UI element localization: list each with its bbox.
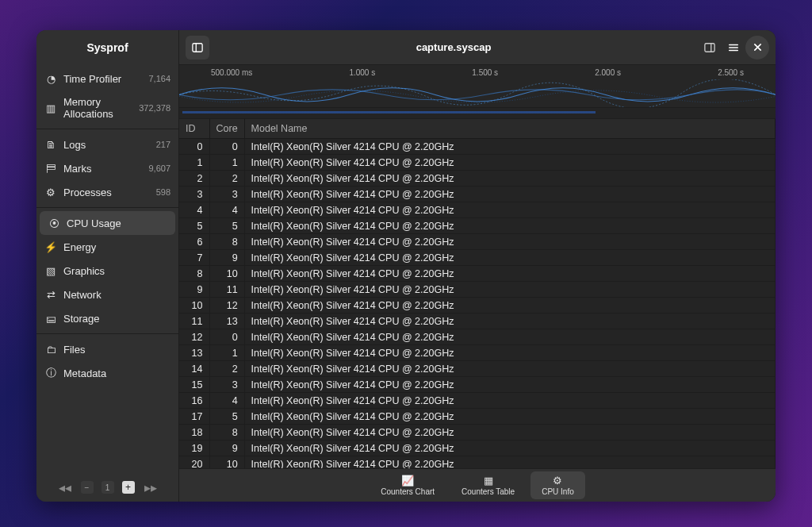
cpu-icon: ⦿ bbox=[48, 217, 60, 229]
table-row[interactable]: 00Intel(R) Xeon(R) Silver 4214 CPU @ 2.2… bbox=[179, 139, 776, 155]
table-row[interactable]: 142Intel(R) Xeon(R) Silver 4214 CPU @ 2.… bbox=[179, 361, 776, 377]
minimap[interactable] bbox=[179, 108, 776, 119]
app-title: Sysprof bbox=[36, 30, 178, 65]
sidebar-item-processes[interactable]: ⚙Processes598 bbox=[36, 180, 178, 204]
sidebar-item-count: 598 bbox=[156, 187, 170, 197]
sidebar-item-logs[interactable]: 🗎Logs217 bbox=[36, 133, 178, 156]
cell-id: 8 bbox=[179, 266, 209, 282]
tab-label: Counters Table bbox=[462, 487, 515, 496]
sidebar-item-time-profiler[interactable]: ◔Time Profiler7,164 bbox=[36, 67, 178, 90]
menu-button[interactable] bbox=[722, 36, 745, 60]
table-row[interactable]: 188Intel(R) Xeon(R) Silver 4214 CPU @ 2.… bbox=[179, 425, 776, 440]
cell-id: 4 bbox=[179, 202, 209, 218]
cell-id: 6 bbox=[179, 234, 209, 250]
cell-model: Intel(R) Xeon(R) Silver 4214 CPU @ 2.20G… bbox=[244, 456, 775, 469]
tab-counters-table[interactable]: ▦Counters Table bbox=[450, 471, 526, 499]
cell-model: Intel(R) Xeon(R) Silver 4214 CPU @ 2.20G… bbox=[244, 409, 775, 425]
sidebar-item-marks[interactable]: ⛿Marks9,607 bbox=[36, 156, 178, 180]
table-row[interactable]: 1012Intel(R) Xeon(R) Silver 4214 CPU @ 2… bbox=[179, 298, 776, 314]
tab-cpu-info[interactable]: ⚙CPU Info bbox=[530, 471, 585, 499]
table-row[interactable]: 131Intel(R) Xeon(R) Silver 4214 CPU @ 2.… bbox=[179, 345, 776, 361]
sidebar-item-count: 372,378 bbox=[139, 103, 170, 113]
cell-id: 0 bbox=[179, 139, 209, 155]
cell-core: 13 bbox=[209, 314, 244, 329]
tab-counters-chart[interactable]: 📈Counters Chart bbox=[370, 471, 446, 499]
table-row[interactable]: 55Intel(R) Xeon(R) Silver 4214 CPU @ 2.2… bbox=[179, 218, 776, 234]
sidebar-item-label: Marks bbox=[63, 163, 148, 175]
graphics-icon: ▧ bbox=[44, 264, 57, 277]
sidebar-list: ◔Time Profiler7,164▥Memory Allocations37… bbox=[36, 65, 178, 473]
cell-core: 2 bbox=[209, 361, 244, 377]
timeline-ruler[interactable]: 500.000 ms1.000 s1.500 s2.000 s2.500 s bbox=[179, 65, 776, 108]
cell-id: 18 bbox=[179, 425, 209, 440]
table-row[interactable]: 175Intel(R) Xeon(R) Silver 4214 CPU @ 2.… bbox=[179, 409, 776, 425]
sidebar-separator bbox=[36, 207, 178, 208]
tab-label: CPU Info bbox=[542, 487, 574, 496]
forward-button[interactable]: ▸▸ bbox=[143, 479, 159, 495]
cell-model: Intel(R) Xeon(R) Silver 4214 CPU @ 2.20G… bbox=[244, 218, 775, 234]
timeline-tick: 2.500 s bbox=[718, 68, 744, 77]
sidebar-item-graphics[interactable]: ▧Graphics bbox=[36, 259, 178, 283]
sidebar-item-cpu-usage[interactable]: ⦿CPU Usage bbox=[40, 211, 175, 235]
table-row[interactable]: 164Intel(R) Xeon(R) Silver 4214 CPU @ 2.… bbox=[179, 393, 776, 409]
rewind-button[interactable]: ◂◂ bbox=[57, 479, 73, 495]
table-row[interactable]: 120Intel(R) Xeon(R) Silver 4214 CPU @ 2.… bbox=[179, 329, 776, 345]
table-row[interactable]: 199Intel(R) Xeon(R) Silver 4214 CPU @ 2.… bbox=[179, 440, 776, 456]
energy-icon: ⚡ bbox=[44, 240, 57, 253]
content-area: ID Core Model Name 00Intel(R) Xeon(R) Si… bbox=[179, 108, 776, 468]
panel-right-button[interactable] bbox=[698, 36, 722, 60]
sidebar-item-storage[interactable]: 🖴Storage bbox=[36, 306, 178, 330]
table-row[interactable]: 2010Intel(R) Xeon(R) Silver 4214 CPU @ 2… bbox=[179, 456, 776, 469]
table-row[interactable]: 153Intel(R) Xeon(R) Silver 4214 CPU @ 2.… bbox=[179, 377, 776, 393]
sidebar-item-count: 9,607 bbox=[148, 163, 170, 173]
main-pane: capture.syscap 500.000 ms1.000 s1.500 s2… bbox=[179, 30, 776, 502]
table-row[interactable]: 44Intel(R) Xeon(R) Silver 4214 CPU @ 2.2… bbox=[179, 202, 776, 218]
table-row[interactable]: 79Intel(R) Xeon(R) Silver 4214 CPU @ 2.2… bbox=[179, 250, 776, 266]
header-bar: capture.syscap bbox=[179, 30, 776, 65]
cell-core: 3 bbox=[209, 187, 244, 202]
table-row[interactable]: 1113Intel(R) Xeon(R) Silver 4214 CPU @ 2… bbox=[179, 314, 776, 329]
sidebar-item-label: Energy bbox=[63, 241, 170, 253]
close-button[interactable] bbox=[745, 36, 769, 60]
app-window: Sysprof ◔Time Profiler7,164▥Memory Alloc… bbox=[36, 30, 776, 502]
col-model[interactable]: Model Name bbox=[244, 119, 775, 139]
sidebar-item-label: Graphics bbox=[63, 265, 170, 277]
table-row[interactable]: 810Intel(R) Xeon(R) Silver 4214 CPU @ 2.… bbox=[179, 266, 776, 282]
cell-id: 14 bbox=[179, 361, 209, 377]
cell-model: Intel(R) Xeon(R) Silver 4214 CPU @ 2.20G… bbox=[244, 202, 775, 218]
sidebar-item-memory-allocations[interactable]: ▥Memory Allocations372,378 bbox=[36, 90, 178, 125]
timeline-tick: 500.000 ms bbox=[211, 68, 252, 77]
sidebar-toolbar: ◂◂ − 1 + ▸▸ bbox=[36, 473, 178, 502]
network-icon: ⇄ bbox=[44, 288, 57, 301]
zoom-reset-button[interactable]: 1 bbox=[102, 481, 114, 494]
zoom-out-button[interactable]: − bbox=[81, 481, 94, 494]
zoom-in-button[interactable]: + bbox=[122, 481, 135, 494]
table-row[interactable]: 33Intel(R) Xeon(R) Silver 4214 CPU @ 2.2… bbox=[179, 187, 776, 202]
table-icon: ▦ bbox=[484, 475, 493, 487]
table-row[interactable]: 68Intel(R) Xeon(R) Silver 4214 CPU @ 2.2… bbox=[179, 234, 776, 250]
sidebar-item-metadata[interactable]: ⓘMetadata bbox=[36, 361, 178, 385]
sidebar-item-files[interactable]: 🗀Files bbox=[36, 337, 178, 361]
sidebar-item-network[interactable]: ⇄Network bbox=[36, 283, 178, 306]
storage-icon: 🖴 bbox=[44, 312, 57, 325]
panel-left-icon bbox=[192, 42, 203, 53]
table-row[interactable]: 11Intel(R) Xeon(R) Silver 4214 CPU @ 2.2… bbox=[179, 155, 776, 171]
marks-icon: ⛿ bbox=[44, 162, 57, 175]
close-icon bbox=[753, 43, 762, 52]
cell-model: Intel(R) Xeon(R) Silver 4214 CPU @ 2.20G… bbox=[244, 361, 775, 377]
table-row[interactable]: 911Intel(R) Xeon(R) Silver 4214 CPU @ 2.… bbox=[179, 282, 776, 298]
sidebar-item-energy[interactable]: ⚡Energy bbox=[36, 235, 178, 259]
sidebar-item-label: CPU Usage bbox=[67, 217, 167, 229]
cell-core: 5 bbox=[209, 218, 244, 234]
col-id[interactable]: ID bbox=[179, 119, 209, 139]
sidebar-item-label: Logs bbox=[63, 139, 156, 151]
cell-model: Intel(R) Xeon(R) Silver 4214 CPU @ 2.20G… bbox=[244, 187, 775, 202]
table-row[interactable]: 22Intel(R) Xeon(R) Silver 4214 CPU @ 2.2… bbox=[179, 171, 776, 187]
cell-model: Intel(R) Xeon(R) Silver 4214 CPU @ 2.20G… bbox=[244, 345, 775, 361]
cpu-table-scroll[interactable]: ID Core Model Name 00Intel(R) Xeon(R) Si… bbox=[179, 119, 776, 468]
cell-core: 5 bbox=[209, 409, 244, 425]
sidebar-toggle-button[interactable] bbox=[186, 36, 209, 60]
cell-core: 10 bbox=[209, 456, 244, 469]
col-core[interactable]: Core bbox=[209, 119, 244, 139]
cell-id: 17 bbox=[179, 409, 209, 425]
